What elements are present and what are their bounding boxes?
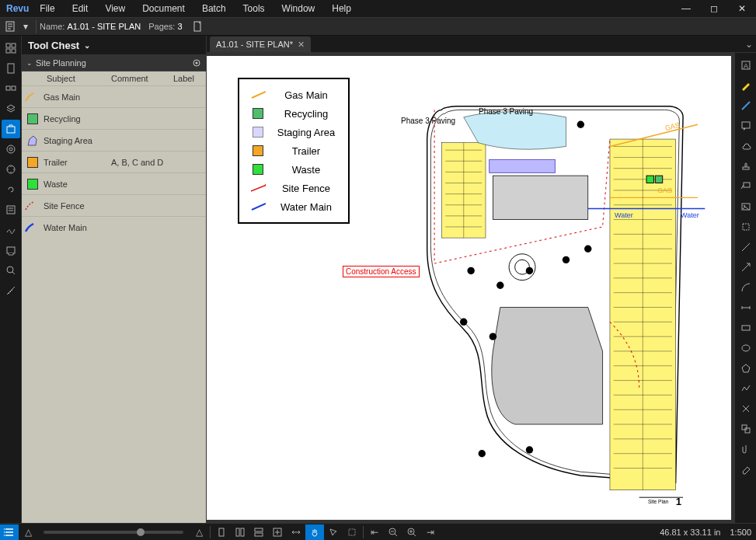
tool-row[interactable]: Recycling — [22, 107, 206, 129]
legend-label: Gas Main — [275, 89, 337, 101]
left-toolbar — [0, 36, 22, 523]
prev-view-icon[interactable]: △ — [19, 524, 37, 540]
menu-tools[interactable]: Tools — [243, 3, 265, 14]
legend-label: Recycling — [275, 108, 337, 120]
svg-point-15 — [7, 267, 13, 273]
profile-dropdown-icon[interactable]: ▾ — [22, 19, 30, 34]
image-tool-icon[interactable] — [737, 197, 755, 216]
studio-icon[interactable] — [2, 241, 20, 260]
text-tool-icon[interactable]: A — [737, 56, 755, 75]
legend-swatch — [250, 89, 266, 101]
menu-view[interactable]: View — [105, 3, 125, 14]
menu-batch[interactable]: Batch — [202, 3, 226, 14]
sets-icon[interactable] — [2, 140, 20, 159]
svg-line-21 — [252, 204, 266, 210]
tool-row[interactable]: Waste — [22, 172, 206, 194]
properties-icon[interactable] — [2, 160, 20, 179]
polygon-tool-icon[interactable] — [737, 359, 755, 378]
tool-row[interactable]: Site Fence — [22, 194, 206, 216]
gear-icon[interactable] — [192, 58, 201, 68]
svg-rect-84 — [742, 326, 750, 330]
menu-file[interactable]: File — [40, 3, 54, 14]
cloud-tool-icon[interactable] — [737, 137, 755, 155]
zoom-tool-icon[interactable] — [343, 524, 361, 540]
fit-width-icon[interactable] — [287, 524, 305, 540]
single-page-icon[interactable] — [212, 524, 231, 540]
split-horizontal-icon[interactable] — [249, 524, 268, 540]
next-view-icon[interactable]: △ — [190, 524, 208, 540]
tab-dropdown-icon[interactable]: ⌄ — [745, 39, 753, 50]
svg-rect-2 — [6, 44, 10, 47]
thumbnails-icon[interactable] — [2, 39, 20, 57]
rectangle-tool-icon[interactable] — [737, 319, 755, 337]
tool-row[interactable]: Trailer A, B, C and D — [22, 151, 206, 172]
highlight-tool-icon[interactable] — [737, 76, 755, 95]
profile-icon[interactable] — [3, 19, 19, 34]
menu-document[interactable]: Document — [142, 3, 185, 14]
stamp-tool-icon[interactable] — [737, 157, 755, 176]
tool-row[interactable]: Gas Main — [22, 85, 206, 107]
split-vertical-icon[interactable] — [231, 524, 249, 540]
menu-window[interactable]: Window — [282, 3, 315, 14]
pen-tool-icon[interactable] — [737, 96, 755, 115]
arrow-tool-icon[interactable] — [737, 258, 755, 277]
file-access-icon[interactable] — [2, 79, 20, 98]
page-scale[interactable]: 1:500 — [730, 528, 751, 537]
crop-tool-icon[interactable] — [737, 218, 755, 236]
tab-close-icon[interactable]: ✕ — [298, 40, 305, 50]
last-page-icon[interactable]: ⇥ — [421, 524, 440, 540]
svg-point-66 — [577, 121, 584, 128]
menu-help[interactable]: Help — [332, 3, 351, 14]
bookmarks-icon[interactable] — [2, 59, 20, 78]
measure-icon[interactable] — [2, 281, 20, 300]
document-bar: ▾ Name: A1.01 - SITE PLAN Pages: 3 — [0, 17, 756, 36]
menu-edit[interactable]: Edit — [72, 3, 89, 14]
svg-point-90 — [4, 535, 5, 536]
svg-point-88 — [4, 528, 5, 530]
app-name: Revu — [6, 3, 29, 14]
doc-name-value: A1.01 - SITE PLAN — [67, 22, 141, 31]
panel-section-header[interactable]: ⌄Site Planning — [22, 54, 206, 71]
layers-icon[interactable] — [2, 99, 20, 118]
site-plan-drawing: Site Plan 1 Phase 3 Paving Phase 3 Pavin… — [409, 103, 723, 512]
close-button[interactable]: ✕ — [728, 0, 756, 17]
document-tab[interactable]: A1.01 - SITE PLAN* ✕ — [210, 37, 311, 52]
callout-tool-icon[interactable] — [737, 177, 755, 196]
fit-page-icon[interactable] — [268, 524, 287, 540]
minimize-button[interactable]: — — [672, 0, 700, 17]
signatures-icon[interactable] — [2, 221, 20, 239]
polyline-tool-icon[interactable] — [737, 379, 755, 398]
first-page-icon[interactable]: ⇤ — [365, 524, 384, 540]
line-tool-icon[interactable] — [737, 238, 755, 256]
legend-row: Water Main — [250, 197, 337, 216]
markups-list-icon[interactable] — [0, 524, 19, 540]
note-tool-icon[interactable] — [737, 117, 755, 135]
pan-tool-icon[interactable] — [305, 524, 324, 540]
col-subject: Subject — [22, 74, 111, 83]
links-icon[interactable] — [2, 180, 20, 199]
search-icon[interactable] — [2, 261, 20, 280]
eraser-tool-icon[interactable] — [737, 460, 755, 479]
page-icon[interactable] — [190, 19, 206, 34]
document-canvas[interactable]: Gas MainRecyclingStaging AreaTrailerWast… — [207, 56, 731, 520]
symbol-tool-icon[interactable] — [737, 399, 755, 418]
panel-title[interactable]: Tool Chest ⌄ — [22, 36, 206, 54]
group-tool-icon[interactable] — [737, 420, 755, 438]
tool-row[interactable]: Water Main — [22, 216, 206, 238]
zoom-slider[interactable] — [44, 531, 183, 534]
ellipse-tool-icon[interactable] — [737, 339, 755, 357]
tool-row[interactable]: Staging Area — [22, 129, 206, 151]
select-tool-icon[interactable] — [324, 524, 343, 540]
zoom-in-icon[interactable] — [402, 524, 421, 540]
svg-rect-4 — [6, 49, 10, 53]
maximize-button[interactable]: ◻ — [700, 0, 728, 17]
tool-swatch — [22, 113, 44, 124]
toolchest-icon[interactable] — [2, 120, 20, 138]
attachment-tool-icon[interactable] — [737, 440, 755, 458]
panel-title-text: Tool Chest — [28, 40, 79, 51]
zoom-out-icon[interactable] — [384, 524, 402, 540]
forms-icon[interactable] — [2, 200, 20, 219]
arc-tool-icon[interactable] — [737, 278, 755, 297]
page-dimensions: 46.81 x 33.11 in — [660, 528, 720, 537]
dimension-tool-icon[interactable] — [737, 298, 755, 317]
